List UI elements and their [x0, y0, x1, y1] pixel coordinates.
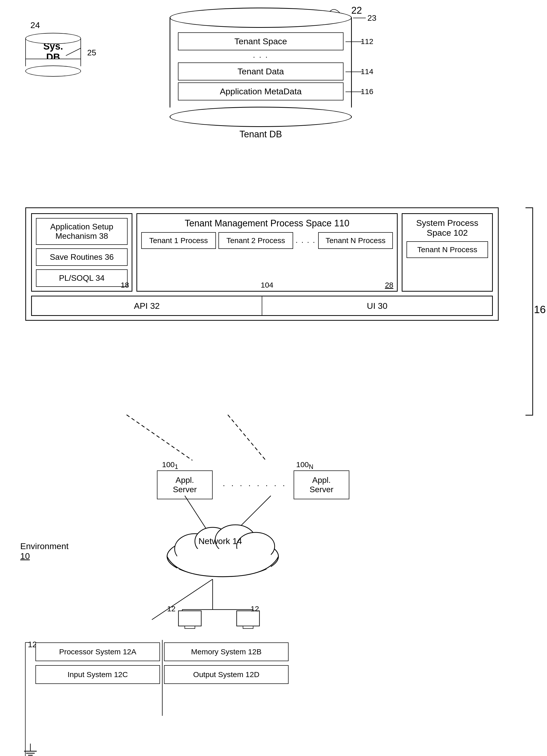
- tenant-n-sys-label: Tenant N Process: [417, 245, 477, 254]
- api-ui-row: API 32 UI 30: [31, 296, 493, 316]
- appl-server-n-label: Appl. Server: [310, 476, 333, 494]
- middle-section: Application Setup Mechanism 38 Save Rout…: [25, 207, 499, 321]
- center-col: Tenant Management Process Space 110 Tena…: [136, 213, 398, 292]
- tenant-n-label: Tenant N Process: [326, 236, 386, 245]
- svg-line-0: [66, 48, 81, 56]
- environment-label: Environment 10: [20, 541, 69, 561]
- ref-23-line: [353, 15, 368, 20]
- tenant-space-label: Tenant Space: [234, 36, 287, 46]
- ref-12-client2: 12: [250, 604, 259, 613]
- ref-16: 16: [534, 304, 546, 316]
- ref-25-line: [66, 43, 96, 58]
- right-col: System Process Space 102 Tenant N Proces…: [402, 213, 493, 292]
- db-dots: · · ·: [178, 52, 344, 61]
- tenant-space-box: Tenant Space 112: [178, 32, 344, 50]
- svg-rect-23: [185, 626, 195, 629]
- ref-116-line: [346, 92, 366, 92]
- tenant-n-sys-box: Tenant N Process: [407, 241, 488, 258]
- app-metadata-box: Application MetaData 116: [178, 82, 344, 100]
- network-text: Network 14: [198, 536, 242, 546]
- db-cylinder-bottom: [169, 107, 352, 127]
- vertical-connect: [162, 640, 163, 716]
- system-process-title: System Process Space 102: [407, 218, 488, 238]
- tenant-data-box: Tenant Data 114: [178, 62, 344, 80]
- ref-104: 104: [261, 281, 274, 289]
- tenant-data-label: Tenant Data: [237, 67, 284, 76]
- env-num: 10: [20, 551, 30, 561]
- ref-23: 23: [367, 13, 376, 23]
- sys-db-section: 24 Sys. DB 25: [25, 33, 81, 77]
- network-cloud: [162, 516, 284, 582]
- network-label: Network 14: [180, 536, 261, 546]
- ui-label: UI 30: [367, 301, 387, 311]
- tenant2-process-box: Tenant 2 Process: [218, 232, 293, 249]
- memory-box: Memory System 12B: [164, 642, 289, 661]
- input-label: Input System 12C: [68, 670, 128, 679]
- ref-28: 28: [385, 281, 393, 289]
- app-metadata-label: Application MetaData: [220, 87, 302, 96]
- output-label: Output System 12D: [193, 670, 259, 679]
- processor-label: Processor System 12A: [59, 647, 136, 656]
- right-bracket-bottom: [525, 415, 533, 416]
- app-setup-box: Application Setup Mechanism 38: [36, 218, 127, 245]
- tenant-n-process-box: Tenant N Process: [318, 232, 393, 249]
- ref-18: 18: [121, 281, 129, 289]
- network-bottom-line: [76, 579, 228, 625]
- ref-112-line: [346, 41, 366, 42]
- tenant1-process-box: Tenant 1 Process: [141, 232, 216, 249]
- svg-rect-25: [243, 626, 253, 629]
- tenant-dots: · · · ·: [296, 232, 316, 249]
- tenant-db-label: Tenant DB: [147, 129, 375, 140]
- appl-server-n-container: Appl. Server: [294, 470, 349, 499]
- server-dots: · · · · · · · ·: [223, 481, 287, 490]
- left-col: Application Setup Mechanism 38 Save Rout…: [31, 213, 132, 292]
- save-routines-box: Save Routines 36: [36, 248, 127, 266]
- ground-symbol: [23, 744, 38, 756]
- tenant-processes-row: Tenant 1 Process Tenant 2 Process · · · …: [141, 232, 393, 249]
- save-routines-label: Save Routines 36: [50, 252, 114, 262]
- memory-label: Memory System 12B: [191, 647, 261, 656]
- api-cell: API 32: [32, 296, 262, 315]
- svg-line-26: [152, 579, 212, 620]
- svg-rect-24: [237, 611, 259, 626]
- appl-server-1-container: Appl. Server: [157, 470, 212, 499]
- ui-cell: UI 30: [262, 296, 492, 315]
- right-bracket-line: [532, 207, 533, 415]
- app-setup-label: Application Setup Mechanism 38: [50, 222, 113, 241]
- input-box: Input System 12C: [35, 665, 160, 684]
- ref-22: 22: [351, 5, 362, 16]
- ref-100-1: 1001: [162, 460, 178, 470]
- ref-24: 24: [30, 20, 40, 30]
- api-label: API 32: [134, 301, 160, 311]
- tenant-mgmt-title: Tenant Management Process Space 110: [141, 218, 393, 229]
- svg-line-7: [228, 415, 266, 460]
- processor-box: Processor System 12A: [35, 642, 160, 661]
- svg-line-6: [126, 415, 192, 460]
- ref-100-n: 100N: [296, 460, 314, 470]
- pl-soql-box: PL/SOQL 34: [36, 269, 127, 287]
- pl-soql-label: PL/SOQL 34: [59, 273, 104, 283]
- diagram-container: 24 Sys. DB 25 22: [0, 0, 547, 756]
- tenant2-label: Tenant 2 Process: [226, 236, 285, 245]
- appl-server-1-label: Appl. Server: [173, 476, 197, 494]
- ref-12-bracket: [20, 640, 30, 756]
- appl-server-1-box: Appl. Server: [157, 470, 212, 499]
- output-box: Output System 12D: [164, 665, 289, 684]
- right-bracket-top: [525, 207, 533, 208]
- ref-114-line: [346, 72, 366, 72]
- tenant1-label: Tenant 1 Process: [149, 236, 208, 245]
- appl-server-n-box: Appl. Server: [294, 470, 349, 499]
- tenant-db-section: 22 23 Tenant Space 112: [147, 8, 375, 140]
- db-cylinder-top: 23: [169, 8, 352, 28]
